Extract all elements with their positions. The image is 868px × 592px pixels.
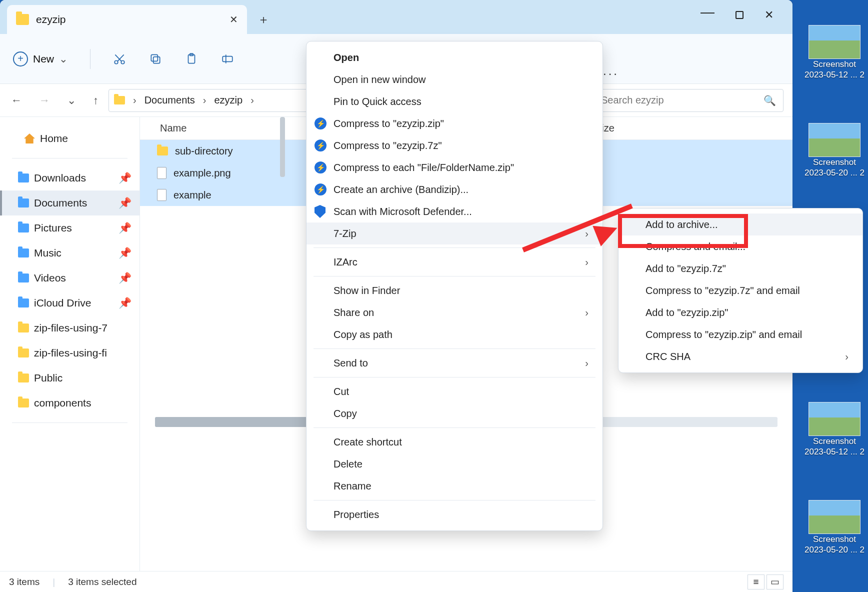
close-tab-icon[interactable]: ✕ [230, 14, 238, 26]
menu-item[interactable]: Delete [306, 453, 602, 475]
more-toolbar-button[interactable]: ... [603, 64, 619, 78]
chevron-down-icon: ⌄ [59, 53, 68, 65]
plus-circle-icon: + [13, 52, 28, 66]
details-view-button[interactable]: ≡ [748, 574, 764, 590]
menu-item[interactable]: Open in new window [306, 68, 602, 90]
context-menu: OpenOpen in new windowPin to Quick acces… [306, 41, 603, 531]
sidebar-item-label: zip-files-using-fi [34, 347, 107, 359]
cut-icon[interactable] [112, 52, 126, 66]
home-icon [24, 134, 35, 144]
sidebar-item-zip-files-using-7[interactable]: zip-files-using-7 [0, 316, 140, 340]
sidebar-item-downloads[interactable]: Downloads📌 [0, 166, 140, 190]
close-window-button[interactable]: ✕ [764, 8, 774, 22]
menu-item[interactable]: Open [306, 46, 602, 68]
chevron-right-icon: › [585, 307, 588, 318]
menu-item[interactable]: ⚡Compress to "ezyzip.7z" [306, 134, 602, 156]
menu-item[interactable]: Scan with Microsoft Defender... [306, 200, 602, 222]
paste-icon[interactable] [184, 52, 198, 66]
copy-icon[interactable] [148, 52, 162, 66]
menu-item[interactable]: Compress to "ezyzip.7z" and email [618, 280, 862, 302]
sidebar-item-music[interactable]: Music📌 [0, 240, 140, 266]
menu-item[interactable]: Send to› [306, 352, 602, 374]
file-icon [157, 167, 166, 179]
pin-icon: 📌 [118, 297, 132, 309]
desktop-icon[interactable]: Screenshot2023-05-20 ... 2 [803, 500, 866, 556]
sidebar-item-documents[interactable]: Documents📌 [0, 190, 140, 216]
forward-button[interactable]: → [39, 94, 50, 107]
menu-item[interactable]: Add to archive... [618, 214, 862, 236]
status-selected: 3 items selected [68, 576, 136, 588]
window-controls: — ✕ [700, 0, 788, 30]
breadcrumb[interactable]: Documents [144, 94, 195, 106]
menu-label: Create shortcut [334, 436, 402, 448]
file-name: example.png [174, 168, 231, 179]
search-input[interactable]: Search ezyzip 🔍 [594, 89, 784, 112]
menu-item[interactable]: Share on› [306, 302, 602, 324]
crumb-sep-icon [200, 94, 210, 106]
menu-item[interactable]: Cut [306, 380, 602, 402]
sidebar-item-label: Downloads [34, 172, 86, 184]
desktop-icon[interactable]: Screenshot2023-05-20 ... 2 [803, 123, 866, 178]
menu-item[interactable]: IZArc› [306, 251, 602, 273]
menu-item[interactable]: Pin to Quick access [306, 90, 602, 112]
chevron-right-icon: › [585, 256, 588, 268]
menu-item[interactable]: ⚡Create an archive (Bandizip)... [306, 178, 602, 200]
menu-item[interactable]: ⚡Compress to "ezyzip.zip" [306, 112, 602, 134]
up-button[interactable]: ↑ [93, 94, 98, 107]
menu-item[interactable]: Add to "ezyzip.7z" [618, 258, 862, 280]
history-button[interactable]: ⌄ [67, 94, 76, 107]
sidebar-item-pictures[interactable]: Pictures📌 [0, 216, 140, 240]
back-button[interactable]: ← [11, 94, 22, 107]
sidebar: Home Downloads📌Documents📌Pictures📌Music📌… [0, 117, 140, 571]
thumbnail [808, 500, 860, 534]
svg-rect-2 [154, 56, 160, 63]
menu-item[interactable]: Create shortcut [306, 431, 602, 453]
sidebar-item-label: Home [40, 132, 68, 144]
menu-item[interactable]: Show in Finder [306, 280, 602, 302]
thumbnail [808, 402, 860, 436]
minimize-button[interactable]: — [700, 4, 714, 20]
sidebar-item-label: Videos [34, 272, 66, 284]
scrollbar[interactable] [280, 117, 287, 571]
menu-item[interactable]: Rename [306, 475, 602, 497]
tiles-view-button[interactable]: ▭ [766, 574, 784, 590]
rename-icon[interactable] [220, 52, 234, 66]
menu-item[interactable]: ⚡Compress to each "File/FolderName.zip" [306, 156, 602, 178]
folder-icon [114, 96, 125, 104]
sidebar-item-videos[interactable]: Videos📌 [0, 266, 140, 290]
pin-icon: 📌 [118, 247, 132, 259]
sidebar-item-icloud-drive[interactable]: iCloud Drive📌 [0, 290, 140, 316]
desktop-icon[interactable]: Screenshot2023-05-12 ... 2 [803, 402, 866, 458]
shield-icon [314, 205, 326, 218]
pin-icon: 📌 [118, 272, 132, 284]
breadcrumb[interactable]: ezyzip [214, 94, 243, 106]
menu-item[interactable]: Add to "ezyzip.zip" [618, 302, 862, 324]
maximize-button[interactable] [736, 11, 744, 19]
search-placeholder: Search ezyzip [601, 94, 664, 106]
menu-item[interactable]: Copy as path [306, 324, 602, 346]
menu-item[interactable]: CRC SHA› [618, 346, 862, 368]
menu-label: Scan with Microsoft Defender... [334, 206, 472, 218]
folder-icon [18, 174, 29, 182]
desktop-label: Screenshot2023-05-12 ... 2 [804, 436, 864, 458]
folder-icon [18, 374, 29, 382]
menu-item[interactable]: Compress and email... [618, 236, 862, 258]
folder-icon [18, 224, 29, 232]
menu-item[interactable]: Properties [306, 504, 602, 526]
sidebar-item-zip-files-using-fi[interactable]: zip-files-using-fi [0, 340, 140, 366]
bandizip-icon: ⚡ [314, 162, 326, 174]
sidebar-item-components[interactable]: components [0, 390, 140, 416]
sidebar-item-public[interactable]: Public [0, 366, 140, 390]
folder-icon [16, 14, 29, 25]
sidebar-home[interactable]: Home [0, 126, 140, 151]
folder-icon [18, 274, 29, 282]
desktop-icon[interactable]: Screenshot2023-05-12 ... 2 [803, 25, 866, 80]
menu-label: Compress to "ezyzip.zip" and email [646, 329, 802, 340]
new-tab-button[interactable]: ＋ [252, 8, 275, 31]
menu-item[interactable]: Compress to "ezyzip.zip" and email [618, 324, 862, 346]
tab-ezyzip[interactable]: ezyzip ✕ [7, 5, 247, 34]
sidebar-item-label: Music [34, 247, 62, 259]
menu-label: Delete [334, 458, 362, 470]
new-button[interactable]: + New ⌄ [13, 52, 68, 66]
menu-item[interactable]: Copy [306, 402, 602, 424]
